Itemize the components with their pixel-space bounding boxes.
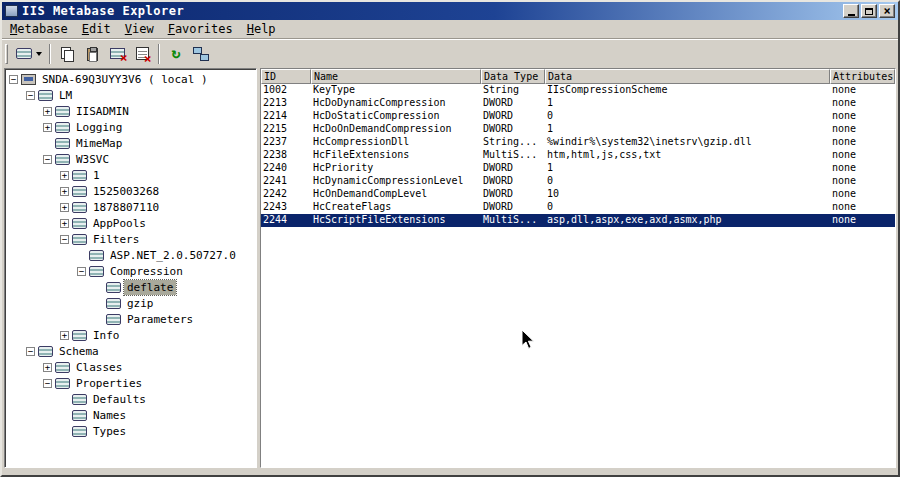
maximize-button[interactable] xyxy=(861,4,877,18)
tree-node[interactable]: gzip xyxy=(5,295,256,311)
tree-node[interactable]: Filters xyxy=(5,231,256,247)
cell-data: asp,dll,aspx,exe,axd,asmx,php xyxy=(545,214,830,227)
table-row[interactable]: 2241 HcDynamicCompressionLevel DWORD 0 n… xyxy=(261,175,895,188)
expander-icon[interactable] xyxy=(26,347,35,356)
tree-node[interactable]: Info xyxy=(5,327,256,343)
key-icon xyxy=(89,250,104,261)
cell-data-type: DWORD xyxy=(481,175,545,188)
expander-icon[interactable] xyxy=(26,91,35,100)
key-icon xyxy=(38,346,53,357)
expander-icon[interactable] xyxy=(43,379,52,388)
paste-button[interactable] xyxy=(80,43,104,65)
toolbar xyxy=(2,39,898,67)
column-header[interactable]: ID xyxy=(261,69,311,84)
expander-icon[interactable] xyxy=(60,219,69,228)
menu-item[interactable]: Metabase xyxy=(3,21,75,38)
expander-icon[interactable] xyxy=(60,187,69,196)
expander-icon[interactable] xyxy=(60,235,69,244)
expander-icon[interactable] xyxy=(77,267,86,276)
window-bottom-edge xyxy=(2,469,898,475)
column-header[interactable]: Data Type xyxy=(481,69,545,84)
cell-attributes: none xyxy=(830,123,895,136)
expander-icon[interactable] xyxy=(43,107,52,116)
tree-node[interactable]: MimeMap xyxy=(5,135,256,151)
key-icon xyxy=(72,186,87,197)
table-row[interactable]: 2240 HcPriority DWORD 1 none xyxy=(261,162,895,175)
expander-icon[interactable] xyxy=(43,363,52,372)
tree-node[interactable]: 1 xyxy=(5,167,256,183)
tree-node[interactable]: Names xyxy=(5,407,256,423)
tree-node-label: Defaults xyxy=(90,392,149,407)
toolbar-separator xyxy=(158,44,160,64)
cell-attributes: none xyxy=(830,188,895,201)
table-row[interactable]: 2238 HcFileExtensions MultiS... htm,html… xyxy=(261,149,895,162)
toolbar-grip[interactable] xyxy=(5,44,8,64)
metabase-tree: SNDA-69Q3UYY3V6 ( local ) LM IISADMIN xyxy=(4,68,257,468)
tree-node[interactable]: Compression xyxy=(5,263,256,279)
column-header[interactable]: Name xyxy=(311,69,481,84)
tree-node[interactable]: ASP.NET_2.0.50727.0 xyxy=(5,247,256,263)
column-header[interactable]: Data xyxy=(545,69,830,84)
menu-item[interactable]: Edit xyxy=(75,21,118,38)
cell-id: 2237 xyxy=(261,136,311,149)
tree-node[interactable]: Parameters xyxy=(5,311,256,327)
connect-button[interactable] xyxy=(189,43,213,65)
column-header[interactable]: Attributes xyxy=(830,69,895,84)
table-row[interactable]: 2244 HcScriptFileExtensions MultiS... as… xyxy=(261,214,895,227)
tree-node-label: gzip xyxy=(124,296,157,311)
menu-item[interactable]: View xyxy=(118,21,161,38)
copy-icon xyxy=(61,47,74,61)
table-row[interactable]: 2214 HcDoStaticCompression DWORD 0 none xyxy=(261,110,895,123)
tree-node[interactable]: SNDA-69Q3UYY3V6 ( local ) xyxy=(5,71,256,87)
cell-name: HcDoDynamicCompression xyxy=(311,97,481,110)
expander-icon[interactable] xyxy=(43,155,52,164)
minimize-button[interactable] xyxy=(843,4,859,18)
cell-data-type: DWORD xyxy=(481,110,545,123)
cell-attributes: none xyxy=(830,84,895,97)
tree-node[interactable]: Types xyxy=(5,423,256,439)
expander-icon[interactable] xyxy=(43,123,52,132)
tree-node[interactable]: 1878807110 xyxy=(5,199,256,215)
title-bar[interactable]: IIS Metabase Explorer × xyxy=(2,2,898,20)
maximize-icon xyxy=(865,8,873,15)
cell-id: 2240 xyxy=(261,162,311,175)
table-row[interactable]: 2243 HcCreateFlags DWORD 0 none xyxy=(261,201,895,214)
tree-node-label: 1525003268 xyxy=(90,184,162,199)
table-row[interactable]: 1002 KeyType String IIsCompressionScheme… xyxy=(261,84,895,97)
refresh-icon xyxy=(171,46,180,61)
delete-key-button[interactable] xyxy=(105,43,129,65)
tree-node[interactable]: LM xyxy=(5,87,256,103)
cell-name: HcDynamicCompressionLevel xyxy=(311,175,481,188)
tree-node[interactable]: Logging xyxy=(5,119,256,135)
expander-icon[interactable] xyxy=(60,331,69,340)
menu-item[interactable]: Help xyxy=(240,21,283,38)
cell-id: 2213 xyxy=(261,97,311,110)
refresh-button[interactable] xyxy=(164,43,188,65)
tree-node[interactable]: Properties xyxy=(5,375,256,391)
copy-button[interactable] xyxy=(55,43,79,65)
close-button[interactable]: × xyxy=(879,4,895,18)
expander-icon[interactable] xyxy=(60,171,69,180)
tree-node[interactable]: Classes xyxy=(5,359,256,375)
cell-data: 10 xyxy=(545,188,830,201)
tree-node[interactable]: 1525003268 xyxy=(5,183,256,199)
table-row[interactable]: 2215 HcDoOnDemandCompression DWORD 1 non… xyxy=(261,123,895,136)
table-row[interactable]: 2237 HcCompressionDll String... %windir%… xyxy=(261,136,895,149)
tree-node[interactable]: AppPools xyxy=(5,215,256,231)
expander-icon[interactable] xyxy=(9,75,18,84)
key-icon xyxy=(72,218,87,229)
key-icon xyxy=(72,234,87,245)
table-row[interactable]: 2213 HcDoDynamicCompression DWORD 1 none xyxy=(261,97,895,110)
tree-node[interactable]: IISADMIN xyxy=(5,103,256,119)
key-icon xyxy=(72,426,87,437)
tree-node[interactable]: Defaults xyxy=(5,391,256,407)
delete-key-icon xyxy=(110,48,125,59)
tree-node[interactable]: Schema xyxy=(5,343,256,359)
tree-node[interactable]: W3SVC xyxy=(5,151,256,167)
table-row[interactable]: 2242 HcOnDemandCompLevel DWORD 10 none xyxy=(261,188,895,201)
menu-item[interactable]: Favorites xyxy=(161,21,240,38)
delete-record-button[interactable] xyxy=(130,43,154,65)
new-key-button[interactable] xyxy=(13,43,45,65)
expander-icon[interactable] xyxy=(60,203,69,212)
tree-node[interactable]: deflate xyxy=(5,279,256,295)
